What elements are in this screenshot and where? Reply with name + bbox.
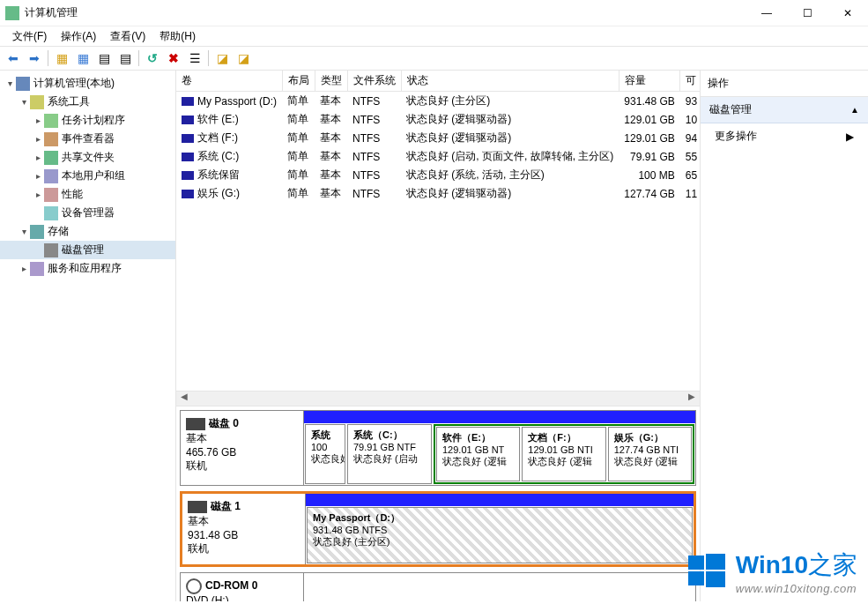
disk-1-header[interactable]: 磁盘 1 基本 931.48 GB 联机 bbox=[182, 494, 306, 564]
separator-icon bbox=[208, 50, 209, 66]
storage-icon bbox=[30, 225, 44, 239]
menu-file[interactable]: 文件(F) bbox=[7, 27, 52, 46]
partition-name: 系统（C:） bbox=[353, 429, 426, 442]
disk-0-row[interactable]: 磁盘 0 基本 465.76 GB 联机 系统 100 状态良好( 系 bbox=[180, 410, 696, 486]
col-volume[interactable]: 卷 bbox=[176, 71, 282, 92]
scroll-left-icon[interactable]: ◀ bbox=[176, 391, 192, 406]
tool-btn-3[interactable]: ▤ bbox=[94, 48, 114, 68]
table-row[interactable]: My Passport (D:)简单基本NTFS状态良好 (主分区)931.48… bbox=[176, 92, 700, 111]
partition-status: 状态良好 (主分区) bbox=[313, 535, 686, 548]
actions-more[interactable]: 更多操作 ▶ bbox=[701, 123, 868, 149]
disk-icon bbox=[186, 418, 205, 430]
menu-view[interactable]: 查看(V) bbox=[105, 27, 151, 46]
partition-reserved[interactable]: 系统 100 状态良好( bbox=[305, 424, 345, 484]
tree-services-apps[interactable]: ▸服务和应用程序 bbox=[0, 259, 175, 278]
tree-storage[interactable]: ▾存储 bbox=[0, 222, 175, 241]
col-capacity[interactable]: 容量 bbox=[619, 71, 679, 92]
col-layout[interactable]: 布局 bbox=[282, 71, 315, 92]
scroll-right-icon[interactable]: ▶ bbox=[684, 391, 700, 406]
partition-d[interactable]: My Passport（D:） 931.48 GB NTFS 状态良好 (主分区… bbox=[307, 507, 693, 563]
actions-pane: 操作 磁盘管理 ▲ 更多操作 ▶ bbox=[701, 71, 868, 601]
disk-state: 联机 bbox=[186, 459, 298, 474]
volume-icon bbox=[182, 116, 194, 124]
partition-name: 文档（F:） bbox=[528, 431, 599, 444]
separator-icon bbox=[138, 50, 139, 66]
tools-icon bbox=[30, 95, 44, 109]
disk-0-header[interactable]: 磁盘 0 基本 465.76 GB 联机 bbox=[181, 411, 304, 485]
volume-table[interactable]: 卷 布局 类型 文件系统 状态 容量 可 My Passport (D:)简单基… bbox=[176, 71, 700, 203]
partition-name: 娱乐（G:） bbox=[614, 431, 686, 444]
scheduler-icon bbox=[44, 114, 58, 128]
table-row[interactable]: 系统 (C:)简单基本NTFS状态良好 (启动, 页面文件, 故障转储, 主分区… bbox=[176, 147, 700, 166]
computer-icon bbox=[16, 77, 30, 91]
partition-info: 129.01 GB NT bbox=[442, 444, 514, 455]
disk-color-bar bbox=[304, 411, 695, 423]
tree-label: 服务和应用程序 bbox=[48, 261, 122, 276]
partition-status: 状态良好 (逻辑 bbox=[528, 455, 599, 468]
disk-1-row[interactable]: 磁盘 1 基本 931.48 GB 联机 My Passport（D:） 931… bbox=[180, 491, 696, 567]
tree-system-tools[interactable]: ▾系统工具 bbox=[0, 93, 175, 111]
event-icon bbox=[44, 132, 58, 146]
menu-action[interactable]: 操作(A) bbox=[56, 27, 101, 46]
tree-label: 存储 bbox=[48, 224, 69, 239]
tree-root[interactable]: ▾计算机管理(本地) bbox=[0, 74, 175, 93]
partition-status: 状态良好( bbox=[311, 452, 339, 466]
forward-button[interactable]: ➡ bbox=[25, 48, 44, 68]
remove-button[interactable]: ✖ bbox=[164, 48, 183, 68]
tree-device-manager[interactable]: 设备管理器 bbox=[0, 204, 175, 222]
table-row[interactable]: 系统保留简单基本NTFS状态良好 (系统, 活动, 主分区)100 MB65 bbox=[176, 166, 700, 184]
tree-label: 任务计划程序 bbox=[62, 113, 125, 128]
table-row[interactable]: 文档 (F:)简单基本NTFS状态良好 (逻辑驱动器)129.01 GB94 bbox=[176, 129, 700, 147]
settings-button[interactable]: ☰ bbox=[185, 48, 204, 68]
actions-label: 磁盘管理 bbox=[709, 102, 752, 117]
window-title: 计算机管理 bbox=[25, 5, 78, 20]
minimize-button[interactable]: — bbox=[746, 0, 787, 26]
disk-icon bbox=[188, 501, 207, 513]
maximize-button[interactable]: ☐ bbox=[787, 0, 827, 26]
col-free[interactable]: 可 bbox=[680, 71, 700, 92]
tool-btn-2[interactable]: ▦ bbox=[73, 48, 93, 68]
navigation-tree[interactable]: ▾计算机管理(本地) ▾系统工具 ▸任务计划程序 ▸事件查看器 ▸共享文件夹 ▸… bbox=[0, 71, 176, 601]
horizontal-scrollbar[interactable]: ◀ ▶ bbox=[176, 391, 700, 406]
disk-title: 磁盘 1 bbox=[211, 500, 241, 512]
tree-label: 计算机管理(本地) bbox=[33, 76, 115, 91]
tree-task-scheduler[interactable]: ▸任务计划程序 bbox=[0, 111, 175, 130]
col-status[interactable]: 状态 bbox=[401, 71, 619, 92]
partition-e[interactable]: 软件（E:） 129.01 GB NT 状态良好 (逻辑 bbox=[436, 427, 520, 481]
partition-f[interactable]: 文档（F:） 129.01 GB NTI 状态良好 (逻辑 bbox=[522, 427, 605, 481]
disk-size: 931.48 GB bbox=[188, 529, 300, 541]
disk-type: 基本 bbox=[188, 514, 300, 529]
partition-name: My Passport（D:） bbox=[313, 511, 686, 525]
close-button[interactable]: ✕ bbox=[827, 0, 868, 26]
table-row[interactable]: 娱乐 (G:)简单基本NTFS状态良好 (逻辑驱动器)127.74 GB11 bbox=[176, 184, 700, 203]
menu-help[interactable]: 帮助(H) bbox=[154, 27, 201, 46]
cdrom-row[interactable]: CD-ROM 0 DVD (H:) bbox=[180, 572, 696, 601]
tree-performance[interactable]: ▸性能 bbox=[0, 185, 175, 204]
tree-disk-management[interactable]: 磁盘管理 bbox=[0, 241, 175, 259]
cdrom-header[interactable]: CD-ROM 0 DVD (H:) bbox=[181, 573, 304, 601]
volume-icon bbox=[182, 171, 194, 180]
partition-g[interactable]: 娱乐（G:） 127.74 GB NTI 状态良好 (逻辑 bbox=[608, 427, 692, 481]
app-icon bbox=[5, 6, 19, 20]
tree-local-users[interactable]: ▸本地用户和组 bbox=[0, 167, 175, 185]
tool-btn-4[interactable]: ▤ bbox=[115, 48, 135, 68]
tool-btn-6[interactable]: ◪ bbox=[234, 48, 253, 68]
col-filesystem[interactable]: 文件系统 bbox=[347, 71, 401, 92]
tree-event-viewer[interactable]: ▸事件查看器 bbox=[0, 130, 175, 148]
partition-info: 931.48 GB NTFS bbox=[313, 525, 686, 535]
refresh-button[interactable]: ↺ bbox=[143, 48, 162, 68]
tool-btn-5[interactable]: ◪ bbox=[212, 48, 232, 68]
device-icon bbox=[44, 206, 58, 220]
table-row[interactable]: 软件 (E:)简单基本NTFS状态良好 (逻辑驱动器)129.01 GB10 bbox=[176, 110, 700, 129]
toolbar: ⬅ ➡ ▦ ▦ ▤ ▤ ↺ ✖ ☰ ◪ ◪ bbox=[0, 46, 868, 71]
actions-disk-management[interactable]: 磁盘管理 ▲ bbox=[701, 97, 868, 123]
menu-bar: 文件(F) 操作(A) 查看(V) 帮助(H) bbox=[0, 26, 868, 46]
volume-icon bbox=[182, 134, 194, 143]
tree-shared-folders[interactable]: ▸共享文件夹 bbox=[0, 148, 175, 167]
back-button[interactable]: ⬅ bbox=[4, 48, 23, 68]
partition-c[interactable]: 系统（C:） 79.91 GB NTF 状态良好 (启动 bbox=[347, 424, 432, 484]
tree-label: 事件查看器 bbox=[62, 131, 115, 146]
actions-title: 操作 bbox=[701, 71, 868, 97]
col-type[interactable]: 类型 bbox=[315, 71, 347, 92]
tool-btn-1[interactable]: ▦ bbox=[52, 48, 71, 68]
